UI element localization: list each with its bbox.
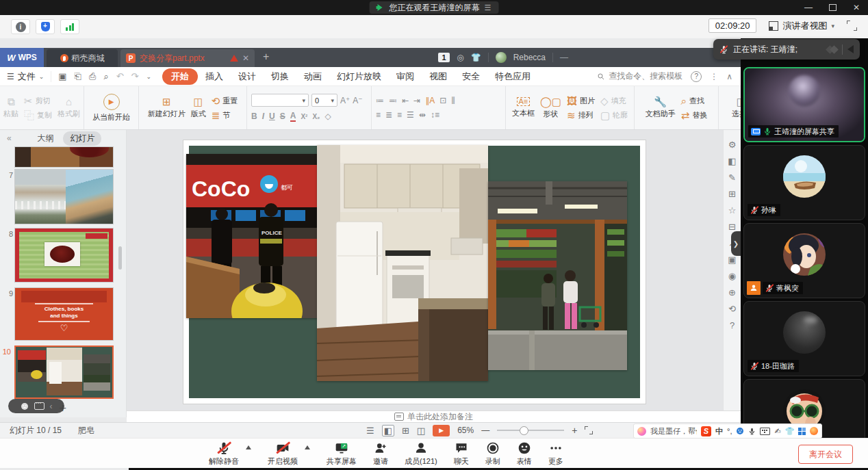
keyboard-icon[interactable] (760, 428, 770, 435)
image-pane-icon[interactable]: ▣ (728, 254, 736, 265)
ime-mode[interactable]: 中 (715, 426, 723, 436)
user-avatar[interactable] (496, 52, 507, 63)
menu-insert[interactable]: 插入 (198, 68, 231, 85)
tab-template-store[interactable]: 稻壳商城 (47, 49, 118, 67)
distribute-icon[interactable]: ⇹ (419, 110, 426, 120)
section-button[interactable]: ≣节 (212, 110, 238, 120)
view-mode-select[interactable]: 演讲者视图 ▾ (769, 20, 834, 32)
menu-slideshow[interactable]: 幻灯片放映 (329, 68, 389, 85)
numbered-list-icon[interactable]: ≕ (389, 96, 397, 105)
slide-thumbnail-10[interactable] (14, 345, 114, 399)
chat-button[interactable]: 聊天 (454, 441, 469, 467)
reading-view-icon[interactable]: ◫ (417, 426, 425, 436)
bold-button[interactable]: B (251, 112, 257, 121)
kitchen-photo[interactable] (317, 145, 488, 381)
ime-punct[interactable]: °, (727, 427, 732, 435)
video-options-arrow[interactable] (305, 445, 310, 449)
members-button[interactable]: 成员(121) (405, 441, 437, 467)
align-center-icon[interactable]: ≣ (385, 110, 392, 120)
mic-options-arrow[interactable] (246, 445, 251, 449)
file-menu[interactable]: ☰ 文件 ⌄ (0, 70, 51, 83)
fill-button[interactable]: ◇填充 (600, 96, 628, 106)
cut-button[interactable]: ✂剪切 (24, 96, 52, 106)
participant-tile[interactable]: 孙琳 (743, 145, 865, 220)
start-video-button[interactable]: 开启视频 (268, 441, 298, 467)
unmute-button[interactable]: 解除静音 (209, 441, 239, 467)
help-pane-icon[interactable]: ? (730, 320, 735, 330)
sogou-icon[interactable]: S (701, 426, 711, 436)
network-button[interactable] (60, 19, 79, 34)
collapse-pill-icon[interactable]: ‹ (50, 402, 53, 411)
hotspot-icon[interactable] (810, 427, 818, 435)
menu-security[interactable]: 安全 (455, 68, 487, 85)
format-painter-button[interactable]: ⌂ 格式刷 (58, 96, 80, 119)
participant-tile[interactable]: 蒋枫突 (743, 223, 865, 298)
emoji-tray-icon[interactable] (736, 427, 744, 435)
font-family-select[interactable]: ▾ (251, 94, 309, 107)
handwriting-icon[interactable]: ✍ (774, 427, 780, 436)
paste-button[interactable]: ⧉ 粘贴 (3, 96, 18, 119)
menu-special[interactable]: 特色应用 (487, 68, 538, 85)
comment-icon[interactable]: ⊟ (728, 222, 736, 232)
slide-sorter-icon[interactable]: ⊞ (402, 426, 409, 436)
grocery-store-photo[interactable] (488, 181, 627, 370)
notes-bar[interactable]: 单击此处添加备注 (127, 410, 741, 422)
new-tab-button[interactable]: + (263, 51, 269, 63)
copy-button[interactable]: ⿻复制 (24, 110, 52, 120)
chevron-down-icon[interactable]: ⌄ (146, 73, 152, 80)
strikethrough-button[interactable]: S (280, 112, 285, 121)
tab-close-icon[interactable]: ✕ (242, 53, 249, 63)
arrange-button[interactable]: ≋排列 (567, 110, 595, 120)
line-spacing-icon[interactable]: ↕≡ (431, 110, 439, 120)
properties-icon[interactable]: ⚙ (728, 140, 737, 150)
export-icon[interactable]: ⎗ (75, 71, 81, 82)
zoom-level[interactable]: 65% (457, 426, 474, 435)
reactions-button[interactable]: 表情 (517, 441, 532, 467)
align-right-icon[interactable]: ≡ (397, 110, 402, 120)
assistant-ball-icon[interactable] (637, 427, 646, 436)
fit-slide-icon[interactable] (585, 426, 593, 434)
shapes-button[interactable]: ◯▢ 形状 (540, 96, 561, 119)
collapse-panel-icon[interactable]: « (7, 133, 12, 143)
replace-button[interactable]: ⇄替换 (681, 110, 708, 120)
print-icon[interactable]: ⎙ (89, 71, 96, 82)
indent-icon[interactable]: ⇥ (413, 96, 420, 105)
doc-assistant-button[interactable]: 🔧 文档助手 (646, 96, 676, 119)
text-box-style-icon[interactable]: ⊡ (439, 96, 446, 105)
tab-wps-home[interactable]: W WPS (0, 48, 44, 67)
info-button[interactable]: i (11, 19, 30, 34)
font-color-button[interactable]: A (290, 111, 296, 122)
current-slide[interactable]: CoCo 都可 POLICE (183, 140, 646, 404)
coco-shop-photo[interactable]: CoCo 都可 POLICE (186, 154, 318, 318)
superscript-button[interactable]: X² (301, 113, 307, 120)
menu-animation[interactable]: 动画 (296, 68, 329, 85)
tab-outline[interactable]: 大纲 (37, 133, 53, 144)
notes-toggle-icon[interactable]: ☰ (366, 426, 374, 436)
slide-thumbnail-9[interactable]: Clothes, books and things ♡ (14, 287, 114, 341)
share-screen-button[interactable]: ➚ 共享屏幕 (327, 441, 357, 467)
captions-icon[interactable] (34, 402, 44, 410)
outdent-icon[interactable]: ⇤ (402, 96, 409, 105)
menu-review[interactable]: 审阅 (389, 68, 422, 85)
skin-icon[interactable]: 👕 (471, 53, 481, 62)
back-arrow-icon[interactable] (847, 45, 854, 53)
skin-tray-icon[interactable]: 👕 (785, 427, 795, 436)
tab-document[interactable]: P 交换分享part.pptx ✕ (120, 49, 255, 67)
theme-name[interactable]: 肥皂 (78, 425, 94, 436)
speaker-pane-icon[interactable]: ◉ (728, 271, 736, 281)
more-options-icon[interactable]: ⋮ (710, 72, 718, 81)
voice-input-icon[interactable] (748, 428, 756, 435)
thumbnail-scrollbar[interactable] (118, 246, 122, 270)
text-direction-icon[interactable]: ∥A (425, 96, 435, 105)
column-icon[interactable]: ⫼ (451, 96, 455, 105)
emoji-icon[interactable] (21, 402, 29, 410)
invite-button[interactable]: 邀请 (373, 441, 388, 467)
close-button[interactable]: ✕ (853, 3, 860, 12)
layers-icon[interactable]: ◧ (728, 156, 736, 166)
subscript-button[interactable]: X₂ (312, 113, 320, 120)
slide-thumbnail-7[interactable] (14, 169, 114, 224)
security-button[interactable] (36, 19, 55, 34)
redo-icon[interactable]: ↷ (131, 71, 139, 81)
collapse-ribbon-icon[interactable]: ∧ (726, 72, 732, 81)
menu-design[interactable]: 设计 (231, 68, 264, 85)
